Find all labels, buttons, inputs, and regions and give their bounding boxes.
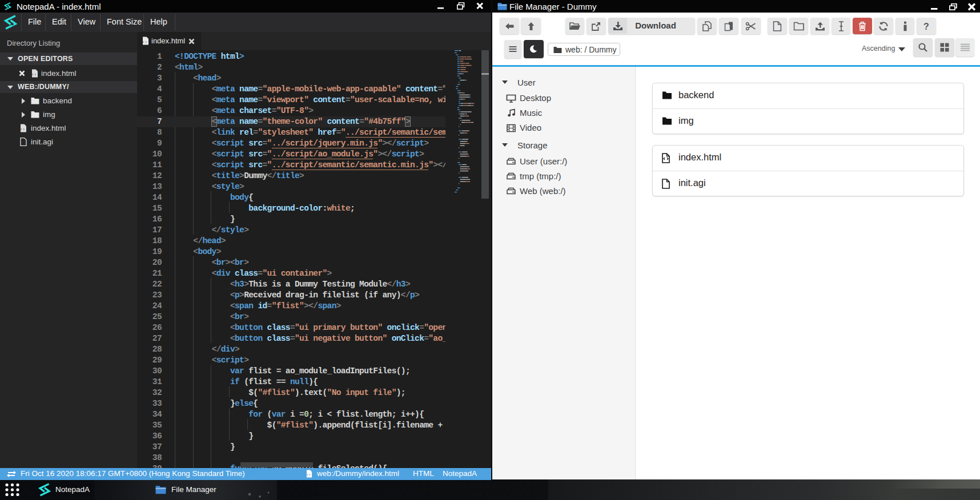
svg-text:?: ? [923,21,929,31]
